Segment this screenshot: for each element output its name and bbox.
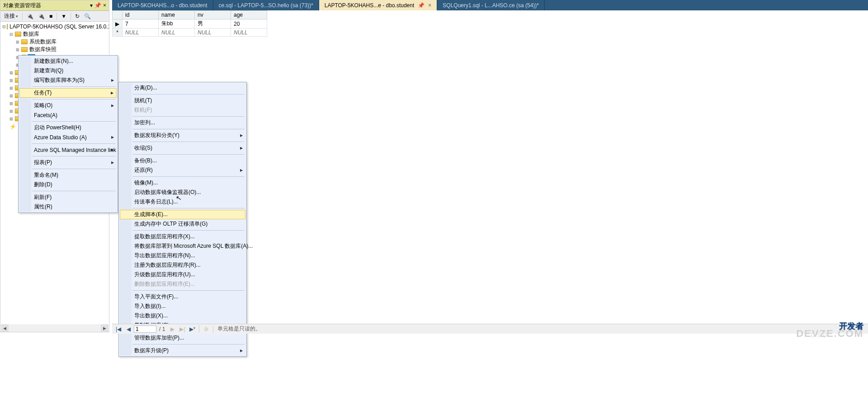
menu-item[interactable]: 属性(R) [19,202,117,212]
server-label: LAPTOP-5KOHAHSO (SQL Server 16.0.1000.6 … [9,24,109,30]
system-databases[interactable]: ⊞ 系统数据库 [0,38,109,46]
expand-icon[interactable]: ⊞ [9,101,14,106]
cancel-icon[interactable]: ⊘ [202,325,211,333]
refresh-icon[interactable]: ↻ [73,12,81,20]
tab-ce-sql[interactable]: ce.sql - LAPTOP-5...SO.hello (sa (73))* [213,0,319,10]
menu-item[interactable]: 启动 PowerShell(H) [19,123,117,132]
menu-item[interactable]: Azure SQL Managed Instance link [19,145,117,155]
close-icon[interactable]: × [103,2,106,9]
menu-item[interactable]: 启动数据库镜像监视器(O)... [120,188,245,197]
menu-item[interactable]: 数据库升级(P) [120,346,245,355]
expand-icon[interactable]: ⊞ [15,47,20,52]
results-grid: id name nv age ▶ 7 朱bb 男 20 * NULL NULL … [112,10,868,37]
tab-student-e[interactable]: LAPTOP-5KOHAHS...e - dbo.student📌× [319,0,438,10]
menu-item[interactable]: 报表(P) [19,158,117,167]
menu-item[interactable]: 备份(B)... [120,156,245,165]
object-explorer-toolbar: 连接 🔌 🔌 ■ ▼ ↻ 🔍 [0,11,109,22]
menu-item[interactable]: 镜像(M)... [120,178,245,188]
expand-icon[interactable]: ⊞ [9,94,14,98]
menu-item[interactable]: 刷新(F) [19,193,117,202]
menu-item[interactable]: 注册为数据层应用程序(R)... [120,260,245,270]
menu-item[interactable]: 删除(D) [19,180,117,189]
expand-icon[interactable]: ⊞ [9,109,14,113]
expand-icon[interactable]: ⊞ [9,86,14,90]
menu-item[interactable]: 加密列... [120,118,245,128]
search-icon[interactable]: 🔍 [82,12,93,20]
close-icon[interactable]: × [428,2,431,9]
scroll-right-icon[interactable]: ▶ [101,324,108,332]
tab-sqlquery1[interactable]: SQLQuery1.sql - L...AHSO.ce (sa (54))* [437,0,545,10]
menu-item[interactable]: 生成内存中 OLTP 迁移清单(G) [120,219,245,229]
cell[interactable]: NULL [159,28,195,37]
expand-icon[interactable]: ⊟ [2,24,6,29]
menu-item[interactable]: 新建数据库(N)... [19,57,117,66]
server-node[interactable]: ⊟ LAPTOP-5KOHAHSO (SQL Server 16.0.1000.… [0,23,109,30]
database-snapshots[interactable]: ⊞ 数据库快照 [0,46,109,53]
filter-icon[interactable]: ▼ [59,12,68,20]
menu-item[interactable]: 新建查询(Q) [19,66,117,76]
expand-icon[interactable]: ⊞ [9,78,14,83]
folder-label: 数据库快照 [28,46,57,53]
column-header[interactable]: age [231,11,267,19]
menu-item[interactable]: 导入平面文件(F)... [120,292,245,302]
cell[interactable]: 朱bb [159,19,195,28]
connect-icon[interactable]: 🔌 [25,12,35,20]
folder-icon [21,39,28,44]
expand-icon[interactable]: ⊞ [9,117,14,121]
dropdown-icon[interactable]: ▾ [90,2,93,9]
menu-item[interactable]: 升级数据层应用程序(U)... [120,270,245,279]
menu-item[interactable]: Azure Data Studio (A) [19,132,117,142]
menu-item[interactable]: 将数据库部署到 Microsoft Azure SQL 数据库(A)... [120,241,245,251]
expand-icon[interactable]: ⊞ [15,40,20,44]
menu-item[interactable]: 编写数据库脚本为(S) [19,76,117,85]
connect-button[interactable]: 连接 [2,11,20,21]
menu-item[interactable]: 导出数据层应用程序(N)... [120,251,245,260]
table-row-new[interactable]: * NULL NULL NULL NULL [113,28,267,37]
menu-item[interactable]: 导入数据(I)... [120,302,245,311]
scroll-left-icon[interactable]: ◀ [1,324,9,332]
first-record-icon[interactable]: |◀ [114,325,123,333]
record-number-input[interactable] [134,326,156,333]
menu-item[interactable]: 管理数据库加密(P)... [120,333,245,343]
folder-icon [15,32,21,37]
menu-item[interactable]: 脱机(T) [120,96,245,105]
data-table[interactable]: id name nv age ▶ 7 朱bb 男 20 * NULL NULL … [112,10,267,37]
menu-item[interactable]: 导出数据(X)... [120,311,245,321]
disconnect-icon[interactable]: 🔌 [36,12,47,20]
expand-icon[interactable]: ⊟ [9,32,14,37]
database-context-menu: 新建数据库(N)...新建查询(Q)编写数据库脚本为(S)任务(T)策略(O)F… [18,55,118,213]
new-record-icon[interactable]: ▶* [188,325,197,333]
menu-item[interactable]: 收缩(S) [120,143,245,153]
menu-item[interactable]: 还原(R) [120,165,245,175]
menu-item[interactable]: 策略(O) [19,101,117,110]
prev-record-icon[interactable]: ◀ [124,325,133,333]
menu-item[interactable]: 任务(T) [19,88,117,98]
menu-item[interactable]: 传送事务日志(L)... [120,197,245,207]
cell[interactable]: 7 [123,19,159,28]
pin-icon[interactable]: 📌 [94,2,101,9]
databases-folder[interactable]: ⊟ 数据库 [0,30,109,38]
cell[interactable]: NULL [123,28,159,37]
menu-item[interactable]: 生成脚本(E)... [120,210,245,219]
cell[interactable]: NULL [195,28,231,37]
horizontal-scrollbar[interactable]: ◀ ▶ [1,324,108,332]
pin-icon[interactable]: 📌 [418,2,425,9]
cell[interactable]: 20 [231,19,267,28]
cell[interactable]: 男 [195,19,231,28]
column-header[interactable]: id [123,11,159,19]
table-row[interactable]: ▶ 7 朱bb 男 20 [113,19,267,28]
expand-icon[interactable]: ⊞ [9,71,14,75]
column-header[interactable]: name [159,11,195,19]
cell[interactable]: NULL [231,28,267,37]
menu-item[interactable]: 重命名(M) [19,170,117,180]
menu-item[interactable]: 分离(D)... [120,83,245,93]
next-record-icon[interactable]: ▶ [168,325,177,333]
tab-student-o[interactable]: LAPTOP-5KOHAHS...o - dbo.student [112,0,213,10]
row-marker: ▶ [113,19,123,28]
menu-item[interactable]: 提取数据层应用程序(X)... [120,232,245,241]
last-record-icon[interactable]: ▶| [178,325,187,333]
stop-icon[interactable]: ■ [47,12,54,20]
menu-item[interactable]: Facets(A) [19,110,117,120]
menu-item[interactable]: 数据发现和分类(Y) [120,131,245,140]
column-header[interactable]: nv [195,11,231,19]
